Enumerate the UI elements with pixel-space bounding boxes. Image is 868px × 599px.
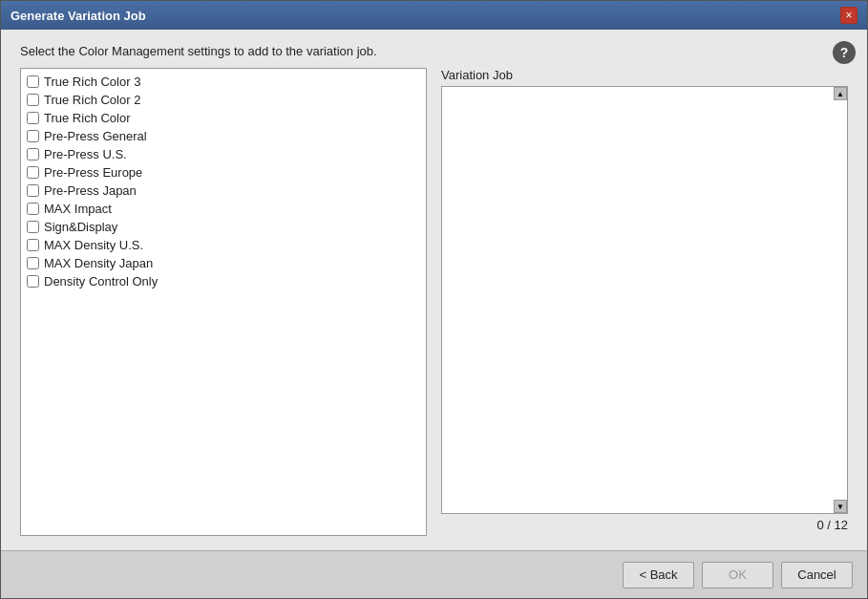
generate-variation-dialog: Generate Variation Job × ? Select the Co… [0, 0, 868, 599]
close-button[interactable]: × [840, 7, 857, 24]
list-item[interactable]: Density Control Only [21, 272, 426, 290]
cancel-button[interactable]: Cancel [781, 562, 853, 588]
checkbox-label: MAX Density Japan [44, 256, 153, 270]
list-item[interactable]: Pre-Press U.S. [21, 145, 426, 163]
list-item[interactable]: Pre-Press General [21, 127, 426, 145]
checkbox-label: True Rich Color 3 [44, 75, 140, 89]
checkbox-input[interactable] [27, 275, 39, 288]
checkbox-input[interactable] [27, 166, 39, 179]
checkbox-label: MAX Density U.S. [44, 238, 143, 252]
checkbox-label: Pre-Press U.S. [44, 147, 127, 161]
checkbox-input[interactable] [27, 239, 39, 251]
counter-text: 0 / 12 [816, 518, 848, 532]
checkbox-input[interactable] [27, 94, 39, 106]
checkbox-label: Pre-Press General [44, 129, 147, 143]
list-item[interactable]: MAX Density Japan [21, 254, 426, 272]
checkbox-label: True Rich Color [44, 111, 131, 125]
list-item[interactable]: True Rich Color 3 [21, 73, 426, 91]
right-panel-label: Variation Job [441, 68, 848, 82]
checkbox-input[interactable] [27, 257, 39, 269]
checkbox-label: True Rich Color 2 [44, 93, 140, 107]
list-item[interactable]: Pre-Press Japan [21, 182, 426, 200]
checkbox-label: Pre-Press Japan [44, 183, 137, 198]
variation-scroll-area: ▲ ▼ [441, 86, 848, 514]
checkbox-label: Density Control Only [44, 274, 158, 289]
right-panel-section: Variation Job ▲ ▼ 0 / 12 [441, 68, 848, 536]
left-panel-section: True Rich Color 3True Rich Color 2True R… [20, 68, 427, 536]
checkbox-input[interactable] [27, 221, 39, 233]
list-item[interactable]: True Rich Color 2 [21, 91, 426, 109]
dialog-footer: < Back OK Cancel [1, 550, 867, 598]
help-button[interactable]: ? [833, 41, 856, 64]
instruction-text: Select the Color Management settings to … [20, 44, 848, 58]
checkbox-label: Pre-Press Europe [44, 165, 142, 180]
checkbox-input[interactable] [27, 130, 39, 142]
list-item[interactable]: MAX Density U.S. [21, 236, 426, 254]
scroll-down-arrow[interactable]: ▼ [834, 500, 847, 513]
dialog-body: ? Select the Color Management settings t… [1, 30, 867, 550]
checkbox-input[interactable] [27, 203, 39, 215]
list-item[interactable]: True Rich Color [21, 109, 426, 127]
list-item[interactable]: Sign&Display [21, 218, 426, 236]
counter-row: 0 / 12 [441, 514, 848, 536]
list-item[interactable]: MAX Impact [21, 200, 426, 218]
checkbox-label: Sign&Display [44, 220, 117, 234]
list-item[interactable]: Pre-Press Europe [21, 163, 426, 182]
checkbox-input[interactable] [27, 112, 39, 124]
back-button[interactable]: < Back [623, 562, 694, 588]
ok-button[interactable]: OK [702, 562, 773, 588]
checkbox-list[interactable]: True Rich Color 3True Rich Color 2True R… [20, 68, 427, 536]
title-bar: Generate Variation Job × [1, 1, 867, 30]
scroll-up-arrow[interactable]: ▲ [834, 87, 847, 100]
variation-panel: ▲ ▼ [441, 86, 848, 514]
checkbox-input[interactable] [27, 184, 39, 197]
dialog-title: Generate Variation Job [11, 9, 146, 23]
checkbox-input[interactable] [27, 148, 39, 160]
checkbox-label: MAX Impact [44, 202, 112, 216]
panels-row: True Rich Color 3True Rich Color 2True R… [20, 68, 848, 536]
checkbox-input[interactable] [27, 75, 39, 88]
